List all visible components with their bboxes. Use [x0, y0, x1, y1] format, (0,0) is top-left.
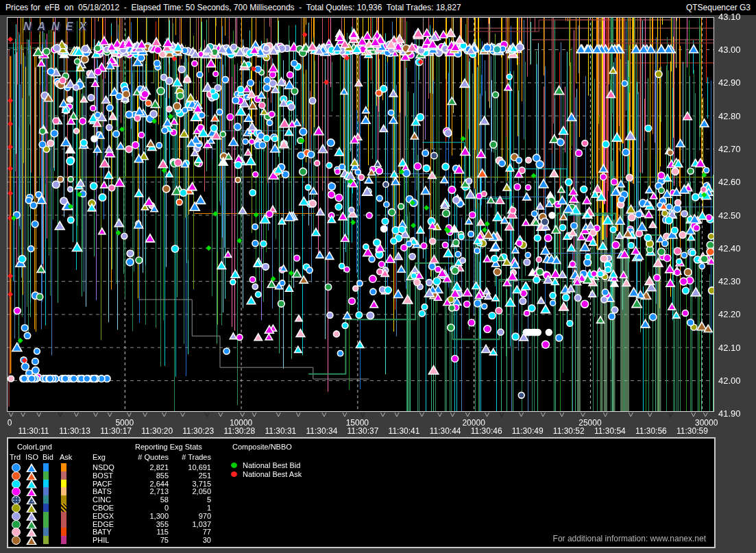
- time-tick-label: 11:30:46: [471, 426, 502, 436]
- quote-count: 0: [125, 504, 169, 512]
- exchange-row-cinc: CINC585: [8, 495, 234, 504]
- col-header-iso: ISO: [25, 453, 38, 461]
- exchange-name: EDGX: [93, 512, 114, 520]
- price-tick-label: 42.80: [718, 111, 753, 121]
- price-tick-label: 42.70: [718, 144, 753, 154]
- exchange-name: BOST: [93, 471, 113, 480]
- exchange-row-cboe: CBOE01: [8, 504, 234, 512]
- ask-color-icon: [61, 471, 66, 480]
- ask-color-icon: [61, 487, 66, 495]
- time-tick-label: 11:30:31: [265, 426, 296, 436]
- exchange-name: CBOE: [93, 504, 114, 512]
- exchange-name: BATS: [93, 487, 112, 495]
- exchange-row-bost: BOST855251: [8, 471, 234, 480]
- time-tick-label: 11:30:11: [19, 426, 49, 436]
- exchange-row-baty: BATY11577: [8, 528, 234, 536]
- quote-count: 355: [125, 520, 169, 528]
- national-best-bid-icon: [231, 463, 237, 468]
- exchange-row-bats: BATS2,7132,050: [8, 487, 234, 495]
- bid-color-icon: [43, 520, 49, 528]
- col-header-quotes: # Quotes: [125, 453, 169, 461]
- exchange-name: NSDQ: [93, 463, 114, 471]
- ask-color-icon: [61, 504, 66, 512]
- national-best-ask-label: National Best Ask: [243, 470, 302, 478]
- ask-color-icon: [61, 520, 66, 528]
- price-tick-label: 42.40: [718, 243, 753, 254]
- trade-count: 1: [170, 504, 211, 512]
- quote-count: 115: [125, 528, 169, 536]
- bid-color-icon: [43, 471, 49, 480]
- bid-color-icon: [43, 495, 49, 504]
- time-tick-label: 11:30:52: [553, 426, 585, 436]
- trade-count: 10,691: [170, 463, 211, 471]
- exchange-name: CINC: [93, 495, 111, 504]
- col-header-trd: Trd: [10, 453, 21, 461]
- ask-color-icon: [61, 512, 66, 520]
- ask-color-icon: [61, 480, 66, 488]
- time-tick-label: 11:30:37: [347, 426, 379, 436]
- quote-count: 2,821: [125, 463, 169, 471]
- quote-count: 855: [125, 471, 169, 480]
- trade-count: 1,037: [170, 520, 211, 528]
- qtsequencer-window: Prices for eFB on 05/18/2012 - Elapsed T…: [0, 0, 756, 553]
- price-tick-label: 42.30: [718, 276, 753, 286]
- nbb-legend-item: National Best Bid: [231, 461, 300, 469]
- col-header-trades: # Trades: [170, 453, 211, 461]
- quote-count: 2,644: [125, 480, 169, 488]
- price-tick-label: 43.00: [718, 45, 753, 55]
- bid-color-icon: [43, 528, 49, 536]
- exchange-row-nsdq: NSDQ2,82110,691: [8, 463, 234, 471]
- bid-color-icon: [43, 536, 49, 544]
- time-tick-label: 11:30:54: [594, 426, 626, 436]
- quote-count: 2,713: [125, 487, 169, 495]
- time-tick-label: 11:30:23: [182, 426, 214, 436]
- ask-color-icon: [61, 528, 66, 536]
- trade-marker-icon: [12, 536, 21, 545]
- time-tick-label: 11:30:41: [389, 426, 420, 436]
- price-tick-label: 41.90: [718, 408, 753, 419]
- price-tick-label: 42.00: [718, 376, 753, 386]
- nba-legend-item: National Best Ask: [231, 470, 302, 478]
- ask-color-icon: [61, 495, 66, 504]
- bid-color-icon: [43, 480, 49, 488]
- exchange-name: PHIL: [93, 536, 109, 544]
- legend-title: ColorLgnd: [17, 443, 52, 451]
- nanex-logo: NANEX: [23, 21, 93, 33]
- price-tick-label: 42.60: [718, 177, 753, 187]
- price-tick-label: 42.50: [718, 210, 753, 221]
- trade-count: 3,715: [170, 480, 211, 488]
- time-tick-label: 11:30:49: [512, 426, 544, 436]
- exchange-row-pacf: PACF2,6443,715: [8, 480, 234, 488]
- ask-color-icon: [61, 536, 66, 544]
- time-tick-label: 11:30:44: [430, 426, 461, 436]
- trade-count: 5: [170, 495, 211, 504]
- sequence-tick-label: 0: [8, 418, 12, 428]
- trade-count: 2,050: [170, 487, 211, 495]
- price-tick-label: 42.90: [718, 77, 753, 88]
- time-tick-label: 11:30:17: [100, 426, 132, 436]
- national-best-bid-label: National Best Bid: [243, 461, 300, 469]
- price-tick-label: 43.10: [718, 12, 753, 22]
- quote-count: 58: [125, 495, 169, 504]
- ask-color-icon: [61, 463, 66, 471]
- bid-color-icon: [43, 504, 49, 512]
- col-header-bid: Bid: [42, 453, 53, 461]
- exchange-name: BATY: [93, 528, 112, 536]
- legend-panel: ColorLgnd Trd ISO Bid Ask Exg # Quotes #…: [7, 437, 716, 548]
- quote-count: 1,300: [125, 512, 169, 520]
- time-tick-label: 11:30:20: [141, 426, 173, 436]
- time-tick-label: 11:30:56: [635, 426, 667, 436]
- exchange-row-edge: EDGE3551,037: [8, 520, 234, 528]
- national-best-ask-icon: [231, 471, 237, 477]
- col-header-exg: Exg: [93, 453, 106, 461]
- bid-color-icon: [43, 487, 49, 495]
- exchange-name: EDGE: [93, 520, 114, 528]
- exchange-row-phil: PHIL7530: [8, 536, 234, 544]
- iso-marker-icon: [26, 536, 37, 545]
- bid-color-icon: [43, 463, 49, 471]
- price-tick-label: 42.10: [718, 343, 753, 353]
- trade-count: 970: [170, 512, 211, 520]
- composite-nbbo-title: Composite/NBBO: [232, 443, 292, 451]
- quote-count: 75: [125, 536, 169, 544]
- trade-count: 251: [170, 471, 211, 480]
